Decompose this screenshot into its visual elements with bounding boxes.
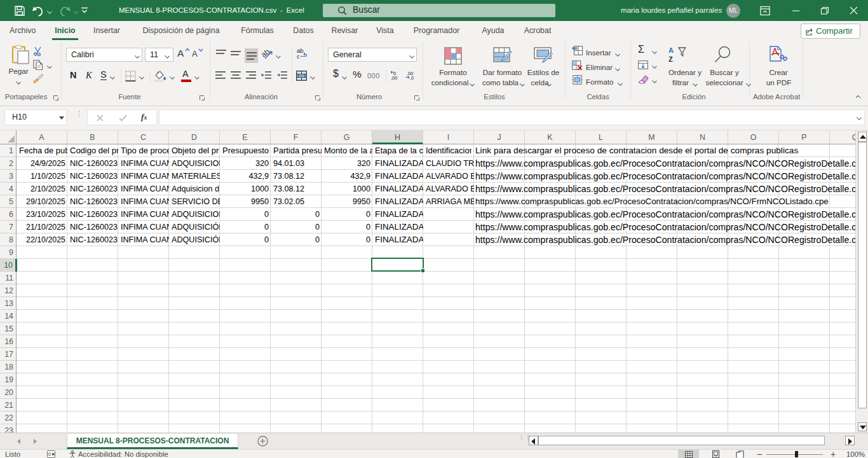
svg-text:,00: ,00 xyxy=(391,75,397,81)
svg-text:Z: Z xyxy=(668,55,673,63)
svg-text:ab: ab xyxy=(259,47,271,59)
svg-text:A: A xyxy=(668,46,674,54)
svg-text:c: c xyxy=(297,53,300,60)
svg-text:,0: ,0 xyxy=(410,75,414,81)
